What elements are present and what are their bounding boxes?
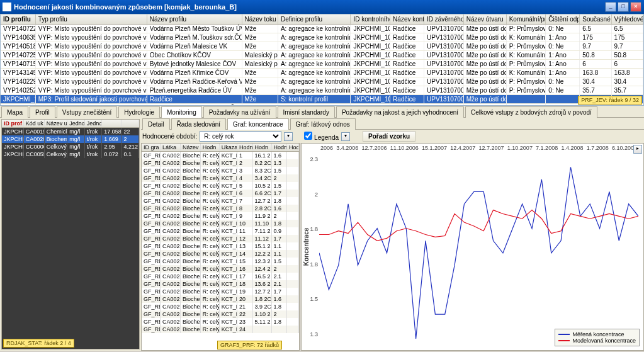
samples-col-header[interactable]: Hodn (287, 144, 299, 151)
profiles-col-header[interactable]: Současné vypo. (580, 14, 611, 24)
x-tick: 1.7.2008 (587, 145, 609, 151)
minimize-button[interactable]: _ (605, 2, 616, 12)
samples-col-header[interactable]: ID gra (142, 144, 161, 151)
samples-col-header[interactable]: Hodn (237, 144, 253, 151)
sample-row[interactable]: GF_RECA002BiocheR: celýKCT_N1412.2 21.1 (142, 250, 299, 258)
sample-row[interactable]: GF_RECA002BiocheR: celýKCT_N712.7 21.8 (142, 197, 299, 205)
profiles-row[interactable]: VYP140722VYP: Místo vypouštění do povrch… (1, 25, 643, 33)
main-tab[interactable]: Imisní standardy (278, 106, 335, 118)
sample-row[interactable]: GF_RECA002BiocheR: celýKCT_N66.6 2C1.7 (142, 190, 299, 197)
sample-row[interactable]: GF_RECA002BiocheR: celýKCT_N1512.3 21.5 (142, 258, 299, 265)
sample-row[interactable]: GF_RECA002BiocheR: celýKCT_N911.9 22 (142, 212, 299, 220)
left-col-header[interactable]: Jednotl (85, 120, 103, 127)
samples-col-header[interactable]: Hodn (253, 144, 272, 151)
profiles-row[interactable]: JKPCHMI_1071MP3: Profil sledování jakost… (1, 95, 643, 104)
main-tab[interactable]: Požadavky na užívání (203, 106, 276, 118)
legend-swatch (558, 340, 570, 341)
sample-row[interactable]: GF_RECA002BiocheR: celýKCT_N1912.7 21.7 (142, 288, 299, 295)
sample-row[interactable]: GF_RECA002BiocheR: celýKCT_N1011.101.8 (142, 220, 299, 227)
sample-row[interactable]: GF_RECA002BiocheR: celýKCT_N1612.4 22 (142, 265, 299, 273)
profiles-col-header[interactable]: Komunální/prům (507, 14, 546, 24)
profiles-row[interactable]: VYP140715VYP: Místo vypouštění do povrch… (1, 60, 643, 69)
legend-label: Měřená koncentrace (572, 331, 624, 338)
samples-grid[interactable]: ID graLátkaNázevHodnUkazaHodnHodnHodnHod… (141, 143, 300, 351)
sample-row[interactable]: GF_RECA002BiocheR: celýKCT_N1315.1 21.1 (142, 242, 299, 250)
profiles-col-header[interactable]: ID kontrolního (351, 14, 390, 24)
profiles-row[interactable]: VYP140518VYP: Místo vypouštění do povrch… (1, 42, 643, 51)
left-col-header[interactable]: Kód uk (24, 120, 45, 127)
chart-series (319, 167, 638, 339)
samples-col-header[interactable]: Hodn (272, 144, 288, 151)
main-tabs: MapaProfilVstupy znečištěníHydrologieMon… (0, 106, 644, 118)
sub-tab[interactable]: Detail (142, 118, 170, 130)
main-tab[interactable]: Monitoring (161, 106, 202, 118)
main-tab[interactable]: Požadavky na jakost a jejich vyhodnocení (336, 106, 464, 118)
indicator-row[interactable]: JKPCHMCA0020Biochemmg/lt/rok1.6692 (2, 135, 139, 143)
profiles-col-header[interactable]: Název profilu (147, 14, 242, 24)
sample-row[interactable]: GF_RECA002BiocheR: celýKCT_N82.8 2C1.6 (142, 205, 299, 212)
profiles-col-header[interactable]: ID profilu (1, 14, 36, 24)
period-select[interactable]: R: celý rok (200, 131, 281, 142)
period-dropdown-button[interactable]: ▾ (284, 132, 293, 141)
samples-col-header[interactable]: Název (181, 144, 201, 151)
samples-col-header[interactable]: Látka (161, 144, 181, 151)
sample-row[interactable]: GF_RECA002BiocheR: celýKCT_N510.5 21.5 (142, 182, 299, 190)
x-tick: 7.1.2008 (536, 145, 558, 151)
sample-row[interactable]: GF_RECA002BiocheR: celýKCT_N201.8 2C1.6 (142, 295, 299, 303)
profiles-col-header[interactable]: Název toku (242, 14, 278, 24)
sample-row[interactable]: GF_RECA002BiocheR: celýKCT_N38.3 2C1.5 (142, 167, 299, 174)
left-col-header[interactable]: Jednotk (67, 120, 85, 127)
profiles-grid-status: PRF_JEV: řádek 9 / 32 (578, 96, 642, 105)
sample-row[interactable]: GF_RECA002BiocheR: celýKCT_N24 (142, 326, 299, 333)
indicator-row[interactable]: JKPCHMCC0055Celkovýmg/lt/rok0.0720.1 (2, 150, 139, 158)
maximize-button[interactable]: □ (618, 2, 629, 12)
profiles-col-header[interactable]: Typ profilu (36, 14, 147, 24)
indicator-row[interactable]: JKPCHMCA0015Chemickmg/lt/rok17.05822 (2, 128, 139, 135)
sample-row[interactable]: GF_RECA002BiocheR: celýKCT_N221.10 22 (142, 310, 299, 318)
main-tab[interactable]: Mapa (1, 106, 28, 118)
left-col-header[interactable]: Název u (45, 120, 68, 127)
profiles-col-header[interactable]: Název kontrolní (390, 14, 424, 24)
legend-dropdown-button[interactable]: ▾ (341, 132, 350, 141)
main-tab[interactable]: Hydrologie (118, 106, 160, 118)
samples-col-header[interactable]: Ukaza (220, 144, 237, 151)
legend-checkbox-label[interactable]: Legenda (304, 132, 339, 141)
left-col-header[interactable] (121, 120, 139, 127)
profiles-row[interactable]: VYP140229VYP: Místo vypouštění do povrch… (1, 77, 643, 86)
profiles-row[interactable]: VYP140727VYP: Místo vypouštění do povrch… (1, 104, 643, 106)
profiles-row[interactable]: VYP143145VYP: Místo vypouštění do povrch… (1, 69, 643, 77)
sample-row[interactable]: GF_RECA002BiocheR: celýKCT_N116.1 21.6 (142, 152, 299, 159)
main-tab[interactable]: Profil (30, 106, 55, 118)
profiles-col-header[interactable]: ID závěrného pr (424, 14, 464, 24)
app-icon (3, 3, 11, 11)
profiles-row[interactable]: VYP140635VYP: Místo vypouštění do povrch… (1, 33, 643, 42)
sample-row[interactable]: GF_RECA002BiocheR: celýKCT_N28.2 2C1.3 (142, 159, 299, 167)
profiles-row[interactable]: VYP140725VYP: Místo vypouštění do povrch… (1, 51, 643, 60)
chart-scroll-right[interactable]: ▸ (633, 145, 642, 154)
legend-checkbox[interactable] (304, 132, 312, 140)
main-tab[interactable]: Vstupy znečištění (57, 106, 117, 118)
sample-row[interactable]: GF_RECA002BiocheR: celýKCT_N1716.5 22.1 (142, 273, 299, 280)
sample-row[interactable]: GF_RECA002BiocheR: celýKCT_N235.11 21.8 (142, 318, 299, 326)
main-tab[interactable]: Celkové vstupy z bodových zdrojů v povod… (465, 106, 597, 118)
profiles-col-header[interactable]: Definice profilu (278, 14, 351, 24)
left-col-header[interactable]: ID prof (2, 120, 24, 127)
sample-row[interactable]: GF_RECA002BiocheR: celýKCT_N1211.121.7 (142, 235, 299, 242)
profiles-col-header[interactable]: Čištění odp. vod (546, 14, 580, 24)
sample-row[interactable]: GF_RECA002BiocheR: celýKCT_N1813.6 22.1 (142, 280, 299, 288)
profiles-col-header[interactable]: Výhledové vypo (612, 14, 643, 24)
left-col-header[interactable] (102, 120, 121, 127)
profiles-row[interactable]: VYP140252VYP: Místo vypouštění do povrch… (1, 86, 643, 95)
profiles-grid[interactable]: ID profiluTyp profiluNázev profiluNázev … (0, 14, 644, 106)
sample-row[interactable]: GF_RECA002BiocheR: celýKCT_N117.11 20.9 (142, 227, 299, 235)
sub-tab[interactable]: Graf: látkový odnos (290, 118, 356, 130)
sub-tab[interactable]: Graf: koncentrace (227, 118, 288, 130)
close-button[interactable]: × (630, 2, 641, 12)
x-tick: 1.4.2008 (561, 145, 583, 151)
sub-tab[interactable]: Řada sledování (171, 118, 227, 130)
indicator-row[interactable]: JKPCHMCC0000Celkovýmg/lt/rok2.954.212 (2, 143, 139, 150)
profiles-col-header[interactable]: Název útvaru (464, 14, 507, 24)
sample-row[interactable]: GF_RECA002BiocheR: celýKCT_N43.4 2C2 (142, 174, 299, 182)
samples-col-header[interactable]: Hodn (201, 144, 220, 151)
sample-row[interactable]: GF_RECA002BiocheR: celýKCT_N213.9 2C1.8 (142, 303, 299, 310)
